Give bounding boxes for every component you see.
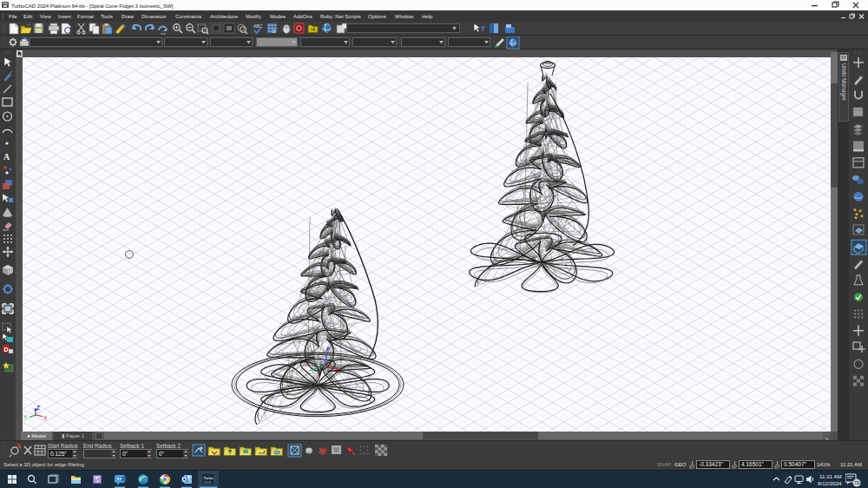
svg-text:2026: 2026 (204, 480, 213, 485)
svg-text:Y: Y (23, 414, 28, 420)
svg-text:D: D (4, 346, 9, 353)
svg-text:Z: Z (36, 405, 40, 411)
svg-text:2: 2 (273, 29, 275, 34)
svg-text:X: X (43, 415, 48, 421)
svg-text:xy: xy (732, 465, 737, 469)
svg-text:79: 79 (854, 480, 859, 485)
svg-text:xy: xy (774, 465, 779, 469)
svg-text:?: ? (481, 24, 485, 33)
svg-text:xy: xy (689, 465, 694, 469)
svg-text:A: A (3, 152, 10, 162)
